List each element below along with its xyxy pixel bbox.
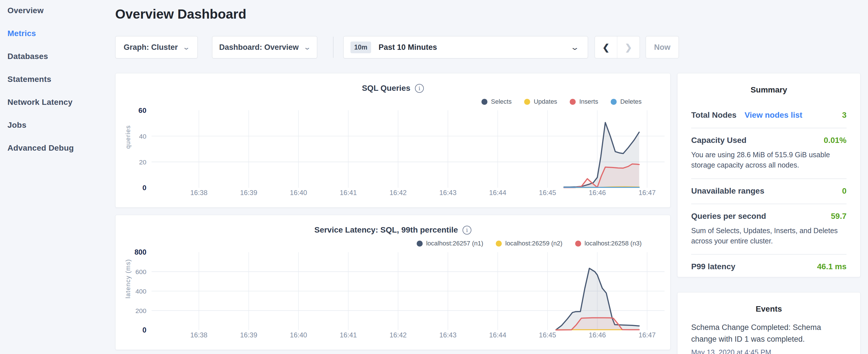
controls-divider: [333, 37, 334, 58]
y-axis-label: queries: [124, 125, 132, 149]
svg-text:16:44: 16:44: [489, 189, 506, 196]
sql-queries-chart-card: 16:3816:3916:4016:4116:4216:4316:4416:45…: [115, 73, 671, 207]
now-button[interactable]: Now: [646, 36, 679, 58]
sidebar-item-metrics[interactable]: Metrics: [7, 28, 113, 39]
legend-dot-icon: [611, 99, 617, 105]
svg-text:16:46: 16:46: [589, 189, 606, 196]
svg-text:16:46: 16:46: [589, 331, 606, 339]
legend-item: Inserts: [570, 98, 598, 105]
legend-item: Selects: [482, 98, 512, 105]
time-stepper: ❮ ❯: [595, 36, 640, 58]
chart-title: Service Latency: SQL, 99th percentile: [314, 225, 458, 234]
summary-label: Queries per second: [691, 212, 766, 221]
summary-row-queries-per-second: Queries per second 59.7 Sum of Selects, …: [691, 204, 846, 254]
svg-text:16:44: 16:44: [489, 331, 506, 339]
legend-dot-icon: [575, 240, 581, 247]
time-next-button[interactable]: ❯: [617, 36, 640, 58]
event-text: Schema Change Completed: Schema change w…: [691, 322, 846, 345]
svg-text:16:41: 16:41: [340, 331, 357, 339]
right-rail: Summary Total Nodes View nodes list 3 Ca…: [677, 0, 861, 354]
svg-text:16:40: 16:40: [290, 331, 307, 339]
legend-dot-icon: [482, 99, 488, 105]
event-timestamp: May 13, 2020 at 4:45 PM: [691, 348, 846, 354]
sidebar-item-overview[interactable]: Overview: [7, 5, 113, 16]
chevron-down-icon: ⌄: [183, 43, 190, 51]
chart-title: SQL Queries: [362, 84, 410, 93]
summary-title: Summary: [677, 73, 860, 95]
summary-value: 3: [842, 110, 846, 120]
summary-value: 0: [842, 187, 846, 196]
chart-legend: SelectsUpdatesInsertsDeletes: [482, 98, 642, 105]
events-panel: Events Schema Change Completed: Schema c…: [677, 292, 861, 354]
summary-value: 46.1 ms: [817, 262, 846, 271]
legend-label: Inserts: [579, 98, 598, 105]
svg-text:0: 0: [143, 184, 147, 192]
chevron-down-icon: ⌄: [570, 43, 580, 52]
legend-label: localhost:26258 (n3): [585, 240, 642, 247]
legend-item: localhost:26258 (n3): [575, 240, 642, 247]
svg-text:16:41: 16:41: [340, 189, 357, 196]
svg-text:16:47: 16:47: [639, 331, 656, 339]
event-item: Schema Change Completed: Schema change w…: [677, 314, 860, 354]
time-range-badge: 10m: [350, 41, 371, 53]
sql-queries-chart: 16:3816:3916:4016:4116:4216:4316:4416:45…: [116, 73, 670, 207]
time-range-label: Past 10 Minutes: [378, 43, 437, 52]
legend-dot-icon: [570, 99, 576, 105]
svg-text:16:42: 16:42: [390, 331, 407, 339]
legend-item: Deletes: [611, 98, 642, 105]
legend-label: Updates: [534, 98, 557, 105]
info-icon[interactable]: i: [463, 226, 471, 234]
legend-label: Selects: [491, 98, 512, 105]
svg-text:16:42: 16:42: [390, 189, 407, 196]
summary-description: Sum of Selects, Updates, Inserts, and De…: [691, 225, 846, 246]
legend-dot-icon: [496, 240, 502, 247]
legend-item: localhost:26257 (n1): [417, 240, 483, 247]
summary-description: You are using 28.6 MiB of 515.9 GiB usab…: [691, 150, 846, 170]
svg-text:40: 40: [139, 133, 147, 140]
legend-item: Updates: [524, 98, 557, 105]
svg-text:200: 200: [135, 307, 147, 315]
summary-label: Total Nodes: [691, 110, 737, 120]
summary-label: P99 latency: [691, 262, 735, 271]
view-nodes-list-link[interactable]: View nodes list: [744, 110, 802, 120]
svg-text:16:47: 16:47: [639, 189, 656, 196]
info-icon[interactable]: i: [415, 84, 424, 93]
service-latency-chart: 16:3816:3916:4016:4116:4216:4316:4416:45…: [116, 215, 670, 350]
summary-value: 0.01%: [824, 136, 846, 145]
main-content: Overview Dashboard Graph: Cluster ⌄ Dash…: [115, 0, 671, 354]
legend-label: localhost:26259 (n2): [505, 240, 562, 247]
chevron-down-icon: ⌄: [304, 43, 311, 51]
summary-panel: Summary Total Nodes View nodes list 3 Ca…: [677, 73, 861, 277]
svg-text:16:38: 16:38: [190, 331, 208, 339]
time-prev-button[interactable]: ❮: [595, 36, 617, 58]
sidebar-item-databases[interactable]: Databases: [7, 51, 113, 62]
legend-label: localhost:26257 (n1): [426, 240, 483, 247]
summary-label: Capacity Used: [691, 136, 746, 145]
svg-text:16:39: 16:39: [240, 331, 257, 339]
summary-label: Unavailable ranges: [691, 187, 764, 196]
sidebar-item-jobs[interactable]: Jobs: [7, 120, 113, 130]
time-range-picker[interactable]: 10m Past 10 Minutes ⌄: [343, 36, 588, 58]
svg-text:16:43: 16:43: [439, 189, 457, 196]
graph-dropdown[interactable]: Graph: Cluster ⌄: [115, 36, 198, 58]
dashboard-dropdown-label: Dashboard: Overview: [219, 43, 299, 52]
legend-item: localhost:26259 (n2): [496, 240, 562, 247]
graph-dropdown-label: Graph: Cluster: [124, 43, 178, 52]
svg-text:400: 400: [135, 288, 147, 295]
sidebar-item-statements[interactable]: Statements: [7, 74, 113, 85]
svg-text:60: 60: [138, 106, 147, 114]
sidebar: Overview Metrics Databases Statements Ne…: [0, 0, 113, 354]
summary-row-capacity-used: Capacity Used 0.01% You are using 28.6 M…: [691, 128, 846, 179]
svg-text:16:39: 16:39: [240, 189, 257, 196]
svg-text:16:45: 16:45: [539, 189, 556, 196]
summary-row-total-nodes: Total Nodes View nodes list 3: [691, 103, 846, 128]
svg-text:16:45: 16:45: [539, 331, 556, 339]
service-latency-chart-card: 16:3816:3916:4016:4116:4216:4316:4416:45…: [115, 215, 671, 350]
events-title: Events: [677, 292, 860, 314]
sidebar-item-advanced-debug[interactable]: Advanced Debug: [7, 143, 113, 153]
y-axis-label: latency (ms): [124, 259, 132, 298]
dashboard-dropdown[interactable]: Dashboard: Overview ⌄: [212, 36, 317, 58]
chart-legend: localhost:26257 (n1)localhost:26259 (n2)…: [417, 240, 642, 247]
summary-value: 59.7: [831, 212, 847, 221]
sidebar-item-network-latency[interactable]: Network Latency: [7, 97, 113, 107]
